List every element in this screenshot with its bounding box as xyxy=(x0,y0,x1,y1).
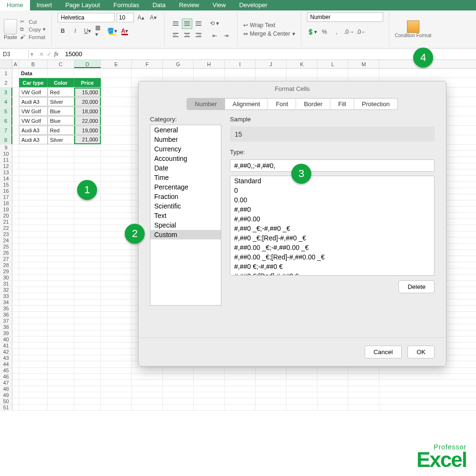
cell[interactable] xyxy=(48,361,74,367)
name-box[interactable]: D3 xyxy=(0,50,29,59)
cell[interactable] xyxy=(317,398,348,404)
cell[interactable] xyxy=(48,256,74,262)
category-list[interactable]: GeneralNumberCurrencyAccountingDateTimeP… xyxy=(150,125,221,306)
cell[interactable] xyxy=(74,405,101,410)
cell[interactable] xyxy=(101,88,132,97)
cell[interactable]: Audi A3 xyxy=(19,135,48,144)
cell[interactable] xyxy=(101,262,132,268)
category-item[interactable]: Accounting xyxy=(150,154,221,163)
decrease-decimal-button[interactable]: .0← xyxy=(357,27,367,37)
cell[interactable]: Silver xyxy=(48,135,74,144)
row-header[interactable]: 32 xyxy=(0,287,12,293)
row-header[interactable]: 11 xyxy=(0,157,12,163)
cell[interactable] xyxy=(48,374,74,379)
row-header[interactable]: 47 xyxy=(0,380,12,386)
row-header[interactable]: 43 xyxy=(0,355,12,361)
cell[interactable] xyxy=(287,405,317,410)
cell[interactable] xyxy=(48,145,74,150)
cell[interactable]: 18,000 xyxy=(74,107,101,116)
cell[interactable] xyxy=(101,299,132,305)
cell[interactable] xyxy=(74,238,101,243)
cell[interactable] xyxy=(12,293,19,299)
cell[interactable] xyxy=(256,69,287,78)
cell[interactable] xyxy=(348,405,379,410)
font-size-select[interactable] xyxy=(117,13,134,22)
cell[interactable] xyxy=(19,361,48,367)
cell[interactable] xyxy=(225,386,256,392)
cell[interactable]: Red xyxy=(48,126,74,135)
cell[interactable] xyxy=(12,116,19,125)
align-left-button[interactable] xyxy=(170,30,181,40)
cell[interactable] xyxy=(48,306,74,311)
cell[interactable] xyxy=(74,231,101,237)
cell[interactable] xyxy=(19,318,48,324)
cell[interactable] xyxy=(74,306,101,311)
tab-developer[interactable]: Developer xyxy=(232,0,274,10)
cell[interactable] xyxy=(74,169,101,175)
border-button[interactable]: ▦ ▾ xyxy=(95,26,105,36)
row-header[interactable]: 21 xyxy=(0,219,12,225)
cell[interactable] xyxy=(101,256,132,262)
row-header[interactable]: 38 xyxy=(0,324,12,330)
orientation-button[interactable]: ⟲ ▾ xyxy=(209,18,220,29)
cell[interactable]: Audi A3 xyxy=(19,97,48,106)
cell[interactable] xyxy=(48,318,74,324)
cell[interactable] xyxy=(48,176,74,181)
cell[interactable] xyxy=(74,361,101,367)
row-header[interactable]: 31 xyxy=(0,281,12,287)
cell[interactable] xyxy=(287,367,317,373)
cell[interactable] xyxy=(19,349,48,355)
cell[interactable] xyxy=(48,225,74,231)
cell[interactable] xyxy=(19,256,48,262)
row-header[interactable]: 30 xyxy=(0,275,12,280)
dialog-tab-font[interactable]: Font xyxy=(268,99,296,109)
tab-page-layout[interactable]: Page Layout xyxy=(59,0,107,10)
cell[interactable] xyxy=(101,176,132,181)
cell[interactable] xyxy=(12,78,19,87)
align-top-button[interactable] xyxy=(170,19,181,29)
cell[interactable]: 20,000 xyxy=(74,97,101,106)
cell[interactable] xyxy=(163,69,194,78)
cell[interactable] xyxy=(287,380,317,386)
cell[interactable] xyxy=(132,69,163,78)
row-header[interactable]: 41 xyxy=(0,343,12,348)
row-header[interactable]: 12 xyxy=(0,163,12,169)
cell[interactable] xyxy=(194,367,225,373)
cell[interactable] xyxy=(317,69,348,78)
cell[interactable] xyxy=(12,126,19,135)
row-header[interactable]: 27 xyxy=(0,256,12,262)
cell[interactable]: VW Golf xyxy=(19,107,48,116)
cell[interactable] xyxy=(194,398,225,404)
row-header[interactable]: 3 xyxy=(0,88,12,97)
cell[interactable] xyxy=(48,337,74,342)
cell[interactable] xyxy=(19,225,48,231)
cell[interactable] xyxy=(12,163,19,169)
row-header[interactable]: 45 xyxy=(0,367,12,373)
cell[interactable] xyxy=(101,145,132,150)
cell[interactable] xyxy=(317,367,348,373)
cell[interactable] xyxy=(317,392,348,398)
cell[interactable]: 19,000 xyxy=(74,126,101,135)
row-header[interactable]: 16 xyxy=(0,188,12,194)
type-item[interactable]: #,##0 €;-#,##0 € xyxy=(230,262,434,271)
align-center-button[interactable] xyxy=(182,30,192,40)
row-header[interactable]: 14 xyxy=(0,176,12,181)
cell[interactable] xyxy=(101,213,132,218)
row-header[interactable]: 17 xyxy=(0,194,12,200)
category-item[interactable]: Number xyxy=(150,135,221,144)
cell[interactable] xyxy=(12,361,19,367)
cell[interactable] xyxy=(19,374,48,379)
type-item[interactable]: 0.00 xyxy=(230,195,434,205)
cell[interactable] xyxy=(12,386,19,392)
cell[interactable] xyxy=(12,324,19,330)
tab-home[interactable]: Home xyxy=(0,0,30,10)
cell[interactable] xyxy=(19,299,48,305)
category-item[interactable]: General xyxy=(150,125,221,135)
row-header[interactable]: 15 xyxy=(0,182,12,188)
cell[interactable] xyxy=(48,69,74,78)
cell[interactable] xyxy=(48,293,74,299)
cell[interactable] xyxy=(19,293,48,299)
cell[interactable] xyxy=(19,176,48,181)
row-header[interactable]: 24 xyxy=(0,238,12,243)
cell[interactable] xyxy=(74,355,101,361)
